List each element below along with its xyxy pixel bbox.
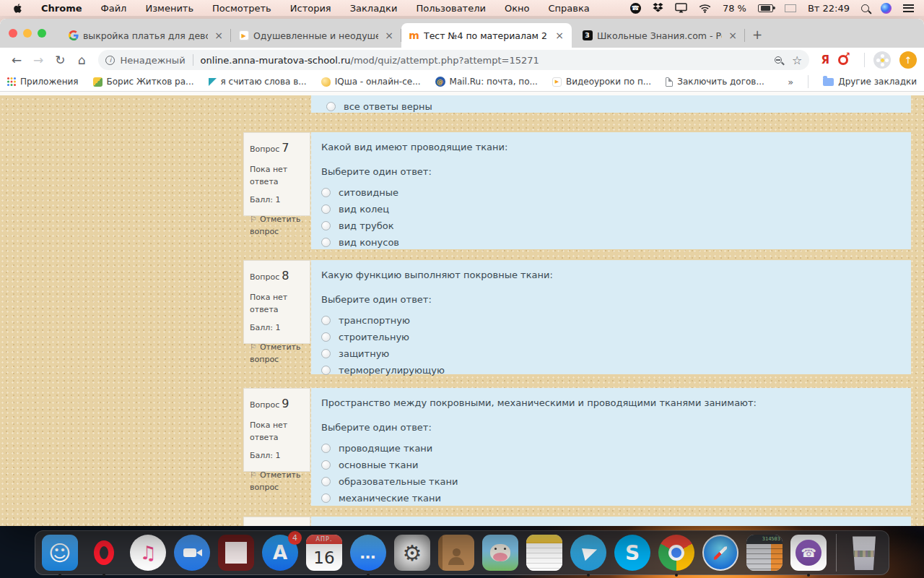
- radio-button[interactable]: [321, 221, 331, 230]
- minimize-window-button[interactable]: [23, 29, 32, 38]
- bookmark-item[interactable]: @Mail.Ru: почта, по...: [435, 77, 538, 87]
- answer-option[interactable]: строительную: [321, 329, 901, 345]
- menu-edit[interactable]: Изменить: [145, 3, 193, 14]
- dock-finder-icon[interactable]: ☺: [42, 535, 78, 571]
- home-icon[interactable]: ⌂: [72, 53, 91, 67]
- notification-center-icon[interactable]: [903, 4, 914, 12]
- reload-icon[interactable]: ↻: [51, 53, 69, 67]
- bookmark-item[interactable]: я считаю слова в...: [209, 77, 307, 87]
- apple-menu-icon[interactable]: [13, 3, 22, 14]
- radio-button[interactable]: [321, 477, 331, 486]
- bookmark-item[interactable]: Заключить догов...: [666, 77, 764, 87]
- spotlight-search-icon[interactable]: [861, 4, 869, 12]
- dock-calculator-icon[interactable]: 314503: [746, 535, 783, 571]
- browser-update-icon[interactable]: ↑: [899, 51, 917, 69]
- answer-option[interactable]: защитную: [321, 345, 901, 362]
- flag-question-link[interactable]: ⚐Отметить вопрос: [250, 341, 304, 366]
- yandex-extension-icon[interactable]: Я: [821, 53, 829, 66]
- airplay-icon[interactable]: [675, 3, 687, 13]
- radio-button[interactable]: [321, 238, 331, 247]
- bookmarks-overflow-chevron[interactable]: »: [788, 77, 793, 87]
- address-bar[interactable]: i Ненадежный online.anna-muratova-school…: [98, 50, 809, 70]
- radio-button[interactable]: [321, 316, 331, 325]
- dock-skype-icon[interactable]: S: [614, 535, 650, 571]
- answer-option[interactable]: вид трубок: [321, 217, 901, 234]
- dock-telegram-icon[interactable]: [570, 535, 606, 571]
- menu-view[interactable]: Посмотреть: [212, 3, 271, 14]
- target-extension-icon[interactable]: [838, 55, 848, 65]
- radio-button[interactable]: [326, 102, 336, 111]
- answer-option[interactable]: проводящие ткани: [321, 440, 901, 457]
- bookmark-item[interactable]: Борис Житков ра...: [93, 77, 194, 87]
- forward-icon[interactable]: →: [29, 53, 48, 67]
- flag-question-link[interactable]: ⚐Отметить вопрос: [250, 213, 304, 238]
- tab-close-icon[interactable]: ×: [553, 30, 566, 41]
- site-info-icon[interactable]: i: [105, 56, 115, 65]
- dropbox-icon[interactable]: [653, 3, 663, 13]
- bookmark-item[interactable]: IQша - онлайн-се...: [321, 77, 421, 87]
- zoom-window-button[interactable]: [38, 29, 46, 38]
- tab-1[interactable]: выкройка платья для девочке ×: [61, 23, 231, 48]
- bookmark-apps[interactable]: Приложения: [7, 77, 79, 87]
- keyboard-layout-flag-icon[interactable]: [785, 4, 796, 12]
- tab-4[interactable]: З Школьные Знания.com - Реш ×: [575, 23, 745, 48]
- tab-2[interactable]: ▶ Одушевленные и неодушевле ×: [231, 23, 401, 48]
- dock-calendar-icon[interactable]: АПР.16: [306, 535, 342, 571]
- menu-users[interactable]: Пользователи: [416, 3, 486, 14]
- dock-appstore-icon[interactable]: A4: [262, 535, 298, 571]
- dock-photobooth-icon[interactable]: [218, 535, 254, 571]
- answer-option[interactable]: образовательные ткани: [321, 473, 901, 490]
- close-window-button[interactable]: [9, 29, 17, 38]
- bookmark-star-icon[interactable]: ☆: [792, 53, 802, 67]
- menubar-app-name[interactable]: Chrome: [41, 3, 82, 14]
- menu-help[interactable]: Справка: [548, 3, 589, 14]
- menubar-clock[interactable]: Вт 22:49: [808, 3, 850, 14]
- wifi-icon[interactable]: [699, 4, 711, 13]
- answer-option[interactable]: терморегулирующую: [321, 362, 901, 379]
- dock-chrome-icon[interactable]: [658, 535, 694, 571]
- answer-option[interactable]: вид колец: [321, 201, 901, 217]
- answer-option[interactable]: механические ткани: [321, 490, 901, 506]
- dock-system-preferences-icon[interactable]: ⚙: [394, 535, 430, 571]
- answer-option-label[interactable]: все ответы верны: [344, 101, 432, 112]
- dock-safari-icon[interactable]: [702, 535, 738, 571]
- dock-viber-icon[interactable]: ☎: [790, 535, 827, 571]
- dock-contacts-icon[interactable]: [438, 535, 474, 571]
- menu-history[interactable]: История: [290, 3, 331, 14]
- answer-option[interactable]: основные ткани: [321, 457, 901, 473]
- viber-menubar-icon[interactable]: ☎: [630, 3, 641, 14]
- dock-itunes-icon[interactable]: ♫: [130, 535, 166, 571]
- dock-trash-icon[interactable]: [846, 535, 882, 571]
- bookmark-item[interactable]: ▶Видеоуроки по п...: [552, 77, 651, 87]
- tab-3-active[interactable]: m Тест №4 по материалам 2 че ×: [401, 23, 572, 48]
- profile-avatar[interactable]: [873, 51, 891, 69]
- radio-button[interactable]: [321, 204, 331, 214]
- tab-close-icon[interactable]: ×: [212, 30, 225, 41]
- radio-button[interactable]: [321, 366, 331, 375]
- dock-opera-icon[interactable]: [86, 535, 122, 571]
- battery-icon[interactable]: [758, 4, 773, 12]
- menu-file[interactable]: Файл: [101, 3, 127, 14]
- dock-messages-icon[interactable]: …: [350, 535, 386, 571]
- menu-window[interactable]: Окно: [505, 3, 530, 14]
- answer-option[interactable]: вид конусов: [321, 234, 901, 251]
- radio-button[interactable]: [321, 349, 331, 358]
- zoom-out-icon[interactable]: [775, 56, 782, 64]
- other-bookmarks[interactable]: Другие закладки: [823, 77, 917, 87]
- tab-close-icon[interactable]: ×: [726, 30, 739, 41]
- dock-zoom-icon[interactable]: [174, 535, 210, 571]
- new-tab-button[interactable]: +: [752, 27, 762, 42]
- tab-close-icon[interactable]: ×: [383, 30, 396, 41]
- radio-button[interactable]: [321, 460, 331, 470]
- radio-button[interactable]: [321, 493, 331, 503]
- back-icon[interactable]: ←: [7, 53, 26, 67]
- answer-option[interactable]: транспортную: [321, 312, 901, 329]
- radio-button[interactable]: [321, 444, 331, 453]
- siri-icon[interactable]: [881, 3, 892, 14]
- dock-notes-icon[interactable]: [526, 535, 562, 571]
- radio-button[interactable]: [321, 188, 331, 197]
- flag-question-link[interactable]: ⚐Отметить вопрос: [250, 469, 304, 493]
- radio-button[interactable]: [321, 332, 331, 342]
- answer-option[interactable]: ситовидные: [321, 184, 901, 201]
- menu-bookmarks[interactable]: Закладки: [350, 3, 398, 14]
